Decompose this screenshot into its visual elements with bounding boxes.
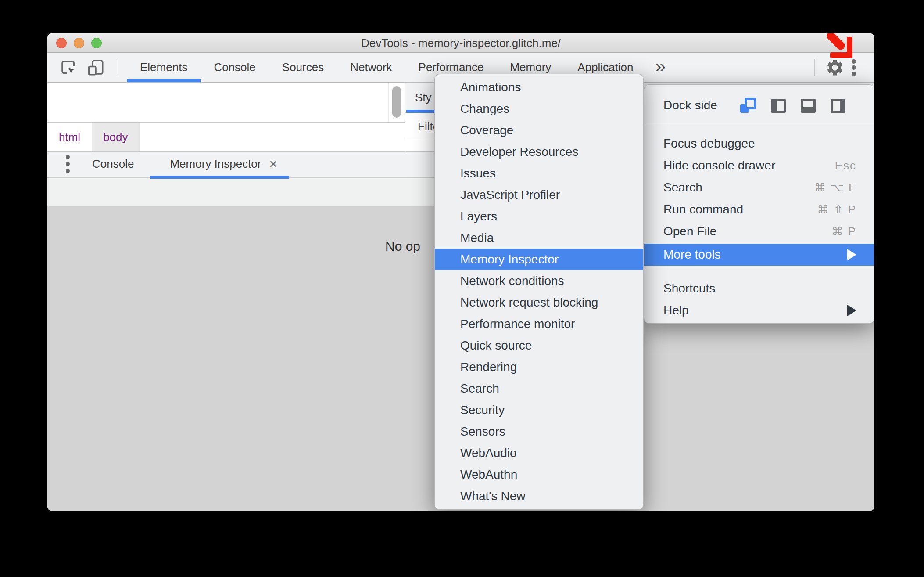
submenu-arrow-icon — [847, 305, 856, 316]
toolbar-divider — [116, 59, 116, 76]
empty-state-message: No op — [385, 239, 420, 254]
dock-to-bottom-icon[interactable] — [801, 99, 816, 113]
menu-item-run-command[interactable]: Run command ⌘ ⇧ P — [644, 198, 874, 220]
menu-item-more-tools[interactable]: More tools — [644, 244, 874, 266]
dock-side-label: Dock side — [663, 98, 717, 112]
drawer-menu-kebab-icon[interactable] — [59, 155, 76, 173]
menu-item-sensors[interactable]: Sensors — [435, 421, 643, 442]
menu-item-network-request-blocking[interactable]: Network request blocking — [435, 292, 643, 313]
menu-item-focus-debuggee[interactable]: Focus debuggee — [644, 133, 874, 155]
menu-item-hide-console-drawer[interactable]: Hide console drawer Esc — [644, 155, 874, 177]
shortcut-label: ⌘ ⌥ F — [814, 181, 856, 195]
menu-item-network-conditions[interactable]: Network conditions — [435, 270, 643, 292]
customize-devtools-menu: Dock side Focus debuggee Hide console dr… — [644, 84, 874, 324]
shortcut-label: ⌘ P — [831, 225, 856, 238]
menu-item-search[interactable]: Search ⌘ ⌥ F — [644, 177, 874, 198]
breadcrumb-item-html[interactable]: html — [47, 123, 92, 151]
inspect-element-icon[interactable] — [59, 58, 78, 77]
breadcrumb-item-body[interactable]: body — [92, 123, 139, 151]
menu-item-search[interactable]: Search — [435, 378, 643, 399]
drawer-tab-console[interactable]: Console — [79, 152, 147, 176]
undock-into-window-icon[interactable] — [740, 98, 756, 113]
more-tabs-icon[interactable]: » — [655, 56, 666, 77]
shortcut-label: ⌘ ⇧ P — [817, 203, 856, 216]
shortcut-label: Esc — [835, 159, 856, 173]
menu-item-open-file[interactable]: Open File ⌘ P — [644, 220, 874, 242]
menu-item-quick-source[interactable]: Quick source — [435, 335, 643, 356]
menu-item-help[interactable]: Help — [644, 299, 874, 321]
menu-item-developer-resources[interactable]: Developer Resources — [435, 141, 643, 162]
menu-item-webaudio[interactable]: WebAudio — [435, 442, 643, 464]
menu-item-layers[interactable]: Layers — [435, 206, 643, 227]
tab-sources[interactable]: Sources — [269, 53, 337, 82]
menu-item-performance-monitor[interactable]: Performance monitor — [435, 313, 643, 335]
tab-network[interactable]: Network — [337, 53, 405, 82]
close-tab-icon[interactable]: × — [269, 156, 277, 172]
tab-styles[interactable]: Sty — [415, 83, 432, 113]
breadcrumb: html body — [47, 122, 405, 151]
submenu-arrow-icon — [847, 249, 856, 260]
settings-gear-icon[interactable] — [825, 58, 845, 77]
more-tools-submenu: Animations Changes Coverage Developer Re… — [434, 74, 644, 510]
title-bar: DevTools - memory-inspector.glitch.me/ — [47, 33, 874, 53]
menu-item-media[interactable]: Media — [435, 227, 643, 249]
device-toolbar-icon[interactable] — [86, 58, 105, 77]
menu-item-webauthn[interactable]: WebAuthn — [435, 464, 643, 485]
menu-item-memory-inspector[interactable]: Memory Inspector — [435, 249, 643, 270]
menu-item-security[interactable]: Security — [435, 399, 643, 421]
customize-devtools-kebab-icon[interactable] — [852, 59, 856, 76]
menu-item-animations[interactable]: Animations — [435, 76, 643, 98]
toolbar-divider-right — [814, 59, 815, 76]
screen-background: DevTools - memory-inspector.glitch.me/ E… — [0, 0, 924, 577]
devtools-window: DevTools - memory-inspector.glitch.me/ E… — [47, 33, 874, 511]
menu-item-coverage[interactable]: Coverage — [435, 119, 643, 141]
menu-item-javascript-profiler[interactable]: JavaScript Profiler — [435, 184, 643, 206]
dock-side-options — [740, 98, 845, 113]
drawer-active-tab-underline — [150, 176, 289, 179]
drawer-tab-memory-inspector[interactable]: Memory Inspector × — [157, 152, 290, 176]
menu-item-issues[interactable]: Issues — [435, 162, 643, 184]
window-title: DevTools - memory-inspector.glitch.me/ — [47, 33, 874, 53]
scrollbar-thumb[interactable] — [392, 86, 401, 118]
menu-item-changes[interactable]: Changes — [435, 98, 643, 119]
dock-side-row: Dock side — [644, 85, 874, 126]
menu-item-whats-new[interactable]: What's New — [435, 485, 643, 507]
menu-item-shortcuts[interactable]: Shortcuts — [644, 278, 874, 299]
red-annotation-arrow-icon — [825, 33, 854, 60]
menu-item-rendering[interactable]: Rendering — [435, 356, 643, 378]
tab-console[interactable]: Console — [201, 53, 269, 82]
dock-to-right-icon[interactable] — [831, 99, 845, 113]
dock-to-left-icon[interactable] — [771, 99, 786, 113]
tab-elements[interactable]: Elements — [127, 53, 201, 82]
